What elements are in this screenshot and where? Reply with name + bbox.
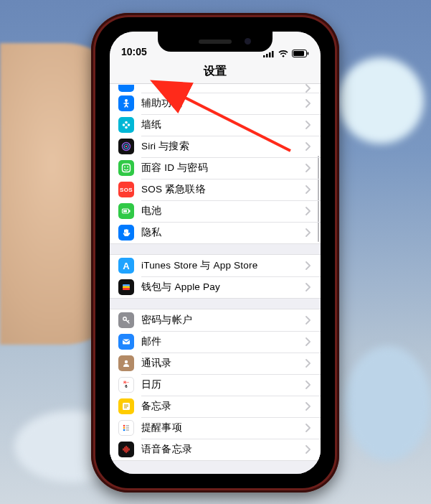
settings-row-reminders[interactable]: 提醒事项 bbox=[110, 417, 321, 439]
passwords-icon bbox=[118, 312, 134, 328]
row-label: 语音备忘录 bbox=[141, 443, 300, 456]
svg-point-36 bbox=[123, 427, 125, 429]
privacy-icon bbox=[118, 225, 134, 241]
svg-point-11 bbox=[125, 126, 128, 129]
phone-screen: 10:05 设置 辅助功能墙纸Siri 与搜索面 bbox=[110, 32, 321, 474]
settings-row-partial[interactable] bbox=[110, 84, 321, 93]
chevron-right-icon bbox=[300, 207, 315, 215]
chevron-right-icon bbox=[300, 359, 315, 368]
calendar-icon: 周一6 bbox=[118, 377, 134, 393]
settings-row-siri[interactable]: Siri 与搜索 bbox=[110, 136, 321, 157]
settings-row-accessibility[interactable]: 辅助功能 bbox=[110, 93, 321, 114]
cellular-signal-icon bbox=[263, 50, 275, 57]
wallet-icon bbox=[118, 279, 134, 295]
row-label: 日历 bbox=[141, 378, 300, 391]
row-label: SOS 紧急联络 bbox=[141, 183, 300, 196]
settings-group-general: 辅助功能墙纸Siri 与搜索面容 ID 与密码SOSSOS 紧急联络电池隐私 bbox=[110, 84, 321, 244]
bg-blob bbox=[345, 346, 431, 461]
chevron-right-icon bbox=[300, 261, 315, 270]
iphone-device-frame: 10:05 设置 辅助功能墙纸Siri 与搜索面 bbox=[91, 13, 339, 493]
sos-icon: SOS bbox=[118, 182, 134, 197]
svg-point-18 bbox=[124, 167, 125, 168]
svg-rect-7 bbox=[308, 52, 309, 55]
svg-text:6: 6 bbox=[125, 384, 128, 388]
navbar: 设置 bbox=[110, 59, 321, 84]
row-label: 辅助功能 bbox=[141, 97, 300, 110]
chevron-right-icon bbox=[300, 142, 315, 151]
svg-point-12 bbox=[123, 123, 125, 126]
settings-row-wallpaper[interactable]: 墙纸 bbox=[110, 114, 321, 136]
svg-point-4 bbox=[283, 55, 285, 57]
row-label: 电池 bbox=[141, 205, 300, 218]
mail-icon bbox=[118, 334, 134, 350]
settings-row-notes[interactable]: 备忘录 bbox=[110, 396, 321, 417]
svg-rect-2 bbox=[269, 52, 271, 57]
row-label: 通讯录 bbox=[141, 357, 300, 370]
display-notch bbox=[158, 32, 273, 52]
settings-row-faceid[interactable]: 面容 ID 与密码 bbox=[110, 157, 321, 179]
row-label: iTunes Store 与 App Store bbox=[141, 259, 300, 272]
svg-rect-3 bbox=[272, 51, 274, 57]
row-label: 墙纸 bbox=[141, 118, 300, 131]
chevron-right-icon bbox=[300, 381, 315, 389]
settings-row-sos[interactable]: SOSSOS 紧急联络 bbox=[110, 179, 321, 200]
faceid-icon bbox=[118, 160, 134, 176]
navbar-title: 设置 bbox=[204, 64, 227, 79]
battery-icon bbox=[292, 50, 309, 57]
svg-rect-25 bbox=[123, 288, 130, 290]
chevron-right-icon bbox=[300, 164, 315, 172]
phone-bezel: 10:05 设置 辅助功能墙纸Siri 与搜索面 bbox=[95, 17, 335, 488]
contacts-icon bbox=[118, 355, 134, 371]
wifi-icon bbox=[278, 50, 288, 57]
chevron-right-icon bbox=[300, 228, 315, 237]
reminders-icon bbox=[118, 420, 134, 436]
settings-row-battery[interactable]: 电池 bbox=[110, 200, 321, 222]
accessibility-icon bbox=[118, 95, 134, 111]
svg-rect-17 bbox=[123, 164, 131, 172]
chevron-right-icon bbox=[300, 84, 315, 93]
settings-row-privacy[interactable]: 隐私 bbox=[110, 222, 321, 243]
svg-point-19 bbox=[127, 167, 128, 168]
notes-icon bbox=[118, 398, 134, 414]
row-label: 钱包与 Apple Pay bbox=[141, 281, 300, 294]
wallpaper-icon bbox=[118, 117, 134, 133]
siri-icon bbox=[118, 139, 134, 154]
svg-point-10 bbox=[128, 123, 131, 126]
chevron-right-icon bbox=[300, 445, 315, 454]
row-label: 密码与帐户 bbox=[141, 314, 300, 327]
row-label: 备忘录 bbox=[141, 400, 300, 413]
battery-icon bbox=[118, 203, 134, 219]
settings-list[interactable]: 辅助功能墙纸Siri 与搜索面容 ID 与密码SOSSOS 紧急联络电池隐私Ai… bbox=[110, 84, 321, 474]
chevron-right-icon bbox=[300, 424, 315, 432]
appstore-icon: A bbox=[118, 258, 134, 274]
svg-point-13 bbox=[125, 124, 128, 126]
settings-row-wallet[interactable]: 钱包与 Apple Pay bbox=[110, 276, 321, 298]
svg-point-28 bbox=[125, 360, 128, 363]
settings-row-passwords[interactable]: 密码与帐户 bbox=[110, 309, 321, 331]
svg-rect-0 bbox=[263, 55, 265, 57]
settings-group-store: AiTunes Store 与 App Store钱包与 Apple Pay bbox=[110, 254, 321, 299]
chevron-right-icon bbox=[300, 99, 315, 108]
svg-point-16 bbox=[125, 146, 127, 147]
svg-rect-21 bbox=[129, 210, 131, 213]
settings-row-mail[interactable]: 邮件 bbox=[110, 331, 321, 353]
svg-point-35 bbox=[123, 425, 125, 427]
svg-point-37 bbox=[123, 429, 125, 431]
chevron-right-icon bbox=[300, 402, 315, 411]
settings-row-appstore[interactable]: AiTunes Store 与 App Store bbox=[110, 255, 321, 276]
chevron-right-icon bbox=[300, 316, 315, 325]
chevron-right-icon bbox=[300, 337, 315, 346]
chevron-right-icon bbox=[300, 121, 315, 129]
settings-group-accounts: 密码与帐户邮件通讯录周一6日历备忘录提醒事项语音备忘录 bbox=[110, 309, 321, 461]
svg-point-9 bbox=[125, 121, 128, 124]
chevron-right-icon bbox=[300, 283, 315, 291]
voicememos-icon bbox=[118, 442, 134, 457]
row-label: 提醒事项 bbox=[141, 421, 300, 434]
svg-rect-22 bbox=[123, 210, 127, 213]
gear-icon bbox=[118, 85, 134, 92]
settings-row-calendar[interactable]: 周一6日历 bbox=[110, 374, 321, 396]
bg-blob bbox=[338, 57, 424, 144]
settings-row-voicememos[interactable]: 语音备忘录 bbox=[110, 439, 321, 460]
settings-row-contacts[interactable]: 通讯录 bbox=[110, 353, 321, 374]
svg-rect-6 bbox=[293, 51, 304, 56]
